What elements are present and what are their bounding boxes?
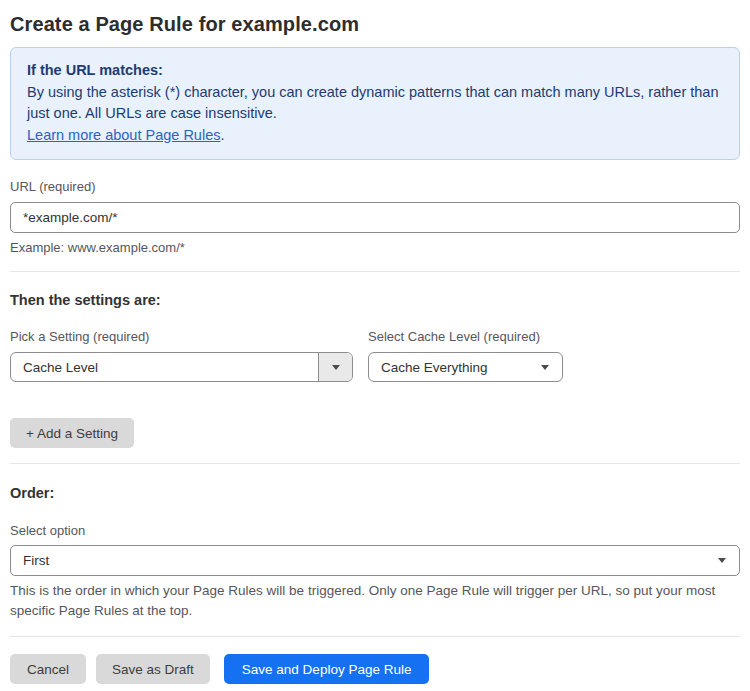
setting-picker-label: Pick a Setting (required)	[10, 329, 353, 345]
cache-level-value: Cache Everything	[369, 353, 533, 381]
chevron-down-icon	[718, 558, 726, 563]
order-select-value: First	[11, 553, 718, 568]
footer-buttons: Cancel Save as Draft Save and Deploy Pag…	[10, 654, 740, 684]
info-box-body: By using the asterisk (*) character, you…	[27, 82, 723, 125]
cache-level-label: Select Cache Level (required)	[368, 329, 563, 345]
link-suffix: .	[220, 127, 224, 143]
save-draft-button[interactable]: Save as Draft	[96, 654, 210, 684]
url-input[interactable]	[10, 202, 740, 233]
setting-picker-arrow-button[interactable]	[318, 353, 352, 381]
page-rule-form: Create a Page Rule for example.com If th…	[0, 0, 750, 691]
settings-row: Pick a Setting (required) Cache Level Se…	[10, 329, 740, 382]
setting-picker-dropdown[interactable]: Cache Level	[10, 352, 353, 382]
cancel-button[interactable]: Cancel	[10, 654, 86, 684]
url-label: URL (required)	[10, 179, 740, 195]
order-select-label: Select option	[10, 523, 740, 539]
cache-level-group: Select Cache Level (required) Cache Ever…	[368, 329, 563, 382]
divider-url-settings	[10, 271, 740, 272]
chevron-down-icon	[541, 365, 549, 370]
settings-heading: Then the settings are:	[10, 292, 740, 309]
page-title: Create a Page Rule for example.com	[10, 12, 740, 36]
info-box-link-line: Learn more about Page Rules.	[27, 125, 723, 147]
add-setting-button[interactable]: + Add a Setting	[10, 418, 134, 448]
info-box: If the URL matches: By using the asteris…	[10, 47, 740, 160]
cache-level-arrow	[533, 353, 562, 381]
learn-more-link[interactable]: Learn more about Page Rules	[27, 127, 220, 143]
chevron-down-icon	[332, 365, 340, 370]
order-select[interactable]: First	[10, 545, 740, 576]
order-select-arrow	[718, 558, 739, 563]
divider-settings-order	[10, 463, 740, 464]
info-box-heading: If the URL matches:	[27, 60, 723, 82]
divider-order-footer	[10, 636, 740, 637]
order-heading: Order:	[10, 485, 740, 502]
order-help-text: This is the order in which your Page Rul…	[10, 581, 732, 621]
url-hint: Example: www.example.com/*	[10, 240, 740, 256]
setting-picker-group: Pick a Setting (required) Cache Level	[10, 329, 353, 382]
save-deploy-button[interactable]: Save and Deploy Page Rule	[224, 654, 430, 684]
cache-level-dropdown[interactable]: Cache Everything	[368, 352, 563, 382]
setting-picker-value: Cache Level	[11, 353, 318, 381]
